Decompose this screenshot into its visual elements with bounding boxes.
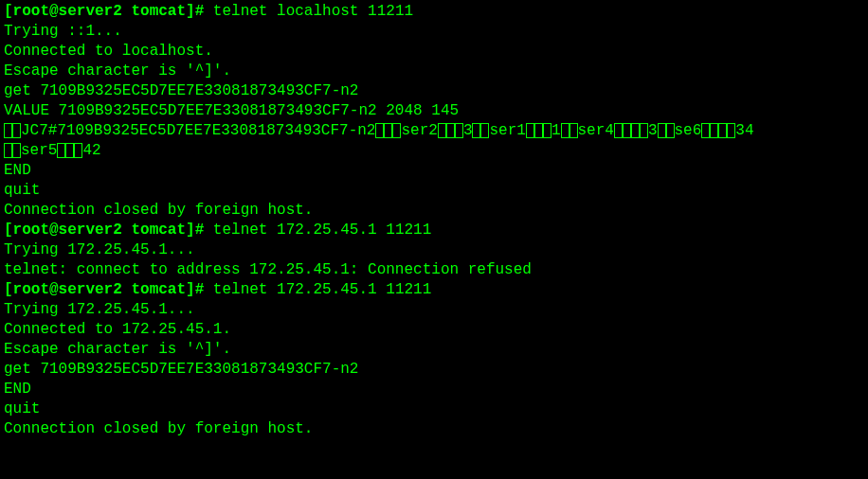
terminal-text: Connected to localhost. xyxy=(4,43,213,60)
unprintable-glyph xyxy=(727,123,735,138)
terminal-line: END xyxy=(4,161,864,181)
unprintable-glyph xyxy=(57,143,65,158)
terminal-line: [root@server2 tomcat]# telnet 172.25.45.… xyxy=(4,221,864,240)
terminal-line: quit xyxy=(4,399,864,419)
terminal-line: Trying 172.25.45.1... xyxy=(4,300,864,320)
unprintable-glyph xyxy=(12,143,21,158)
unprintable-glyph xyxy=(614,123,623,138)
terminal-text: ser1 xyxy=(489,122,525,139)
terminal-text: quit xyxy=(4,400,40,417)
unprintable-glyph xyxy=(561,123,570,138)
shell-prompt: [root@server2 tomcat]# xyxy=(4,3,213,20)
terminal-line: get 7109B9325EC5D7EE7E33081873493CF7-n2 xyxy=(4,360,864,380)
unprintable-glyph xyxy=(718,123,727,138)
shell-prompt: [root@server2 tomcat]# xyxy=(4,222,213,239)
unprintable-glyph xyxy=(65,143,74,158)
terminal-line: telnet: connect to address 172.25.45.1: … xyxy=(4,260,864,280)
terminal-line: Connection closed by foreign host. xyxy=(4,201,864,221)
unprintable-glyph xyxy=(666,123,675,138)
terminal-text: ser4 xyxy=(578,122,614,139)
terminal-text: Trying 172.25.45.1... xyxy=(4,241,195,258)
unprintable-glyph xyxy=(526,123,534,138)
terminal-text: END xyxy=(4,162,31,179)
shell-prompt: [root@server2 tomcat]# xyxy=(4,281,213,298)
terminal-line: JC7#7109B9325EC5D7EE7E33081873493CF7-n2 … xyxy=(4,121,864,141)
unprintable-glyph xyxy=(534,123,543,138)
terminal-text: telnet 172.25.45.1 11211 xyxy=(213,222,431,239)
terminal-text: get 7109B9325EC5D7EE7E33081873493CF7-n2 xyxy=(4,361,358,378)
terminal-line: Connection closed by foreign host. xyxy=(4,419,864,439)
unprintable-glyph xyxy=(570,123,578,138)
unprintable-glyph xyxy=(623,123,631,138)
unprintable-glyph xyxy=(4,143,12,158)
terminal-text: ser5 xyxy=(21,142,57,159)
unprintable-glyph xyxy=(12,123,21,138)
unprintable-glyph xyxy=(4,123,12,138)
terminal-text: VALUE 7109B9325EC5D7EE7E33081873493CF7-n… xyxy=(4,102,459,119)
terminal-text: Connected to 172.25.45.1. xyxy=(4,321,231,338)
terminal-line: Trying 172.25.45.1... xyxy=(4,240,864,260)
terminal-line: Escape character is '^]'. xyxy=(4,62,864,81)
terminal-text: Escape character is '^]'. xyxy=(4,62,231,80)
unprintable-glyph xyxy=(455,123,463,138)
terminal-line: Connected to localhost. xyxy=(4,42,864,62)
terminal-text: 3 xyxy=(648,122,658,139)
terminal-text: telnet localhost 11211 xyxy=(213,3,413,20)
terminal-text: END xyxy=(4,381,31,398)
terminal-text: 42 xyxy=(82,142,100,159)
terminal-text: Connection closed by foreign host. xyxy=(4,420,313,437)
terminal-text: ser2 xyxy=(401,122,437,139)
unprintable-glyph xyxy=(701,123,710,138)
terminal-output[interactable]: [root@server2 tomcat]# telnet localhost … xyxy=(0,0,868,441)
unprintable-glyph xyxy=(384,123,392,138)
terminal-line: [root@server2 tomcat]# telnet localhost … xyxy=(4,2,864,22)
unprintable-glyph xyxy=(446,123,455,138)
unprintable-glyph xyxy=(658,123,666,138)
terminal-text: 34 xyxy=(735,122,753,139)
terminal-line: Trying ::1... xyxy=(4,22,864,42)
terminal-text: get 7109B9325EC5D7EE7E33081873493CF7-n2 xyxy=(4,82,358,99)
terminal-line: [root@server2 tomcat]# telnet 172.25.45.… xyxy=(4,280,864,300)
terminal-text: Connection closed by foreign host. xyxy=(4,202,313,219)
terminal-text: Escape character is '^]'. xyxy=(4,341,231,358)
terminal-line: Escape character is '^]'. xyxy=(4,340,864,360)
unprintable-glyph xyxy=(375,123,384,138)
terminal-line: END xyxy=(4,380,864,399)
terminal-text: se6 xyxy=(675,122,702,139)
terminal-text: quit xyxy=(4,182,40,199)
terminal-text: 1 xyxy=(552,122,561,139)
terminal-line: Connected to 172.25.45.1. xyxy=(4,320,864,340)
terminal-text: 3 xyxy=(463,122,473,139)
terminal-text: telnet: connect to address 172.25.45.1: … xyxy=(4,261,532,278)
unprintable-glyph xyxy=(543,123,552,138)
unprintable-glyph xyxy=(472,123,480,138)
terminal-text: JC7#7109B9325EC5D7EE7E33081873493CF7-n2 xyxy=(21,122,375,139)
terminal-line: quit xyxy=(4,181,864,201)
unprintable-glyph xyxy=(631,123,640,138)
unprintable-glyph xyxy=(438,123,446,138)
unprintable-glyph xyxy=(640,123,648,138)
terminal-text: Trying 172.25.45.1... xyxy=(4,301,195,318)
terminal-text: Trying ::1... xyxy=(4,23,122,40)
terminal-line: get 7109B9325EC5D7EE7E33081873493CF7-n2 xyxy=(4,81,864,101)
terminal-text: telnet 172.25.45.1 11211 xyxy=(213,281,431,298)
terminal-line: VALUE 7109B9325EC5D7EE7E33081873493CF7-n… xyxy=(4,101,864,121)
terminal-line: ser5 42 xyxy=(4,141,864,161)
unprintable-glyph xyxy=(710,123,718,138)
